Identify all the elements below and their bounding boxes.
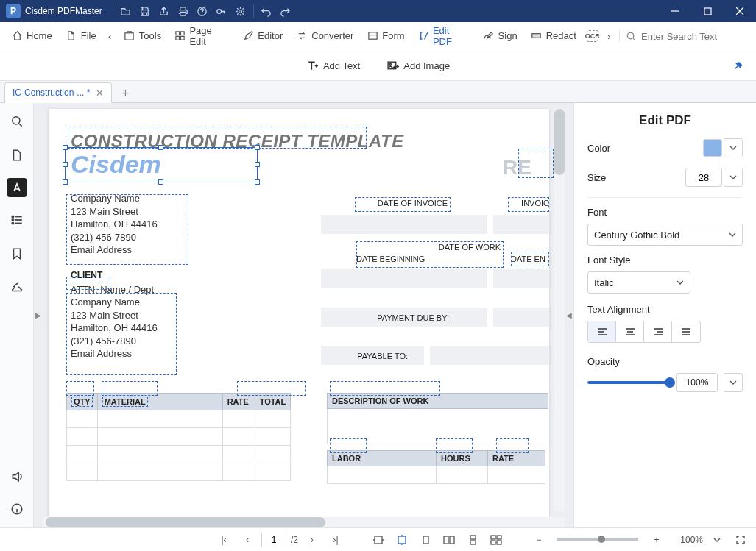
maximize-button[interactable] (691, 0, 724, 22)
document-tab[interactable]: IC-Construction-... * ✕ (4, 82, 112, 103)
pin-icon[interactable] (732, 60, 744, 72)
svg-rect-9 (181, 36, 185, 40)
pdf-page[interactable]: CONSTRUCTION RECEIPT TEMPLATE Cisdem RE … (49, 109, 549, 517)
fullscreen-icon[interactable] (731, 531, 750, 549)
size-dropdown-icon[interactable] (724, 168, 743, 187)
main-area: ▶ CONSTRUCTION RECEIPT TEMPLATE Cisdem (0, 103, 756, 527)
materials-table[interactable]: QTY MATERIAL RATE TOTAL (66, 393, 291, 481)
continuous-icon[interactable] (463, 531, 482, 549)
sign-button[interactable]: Sign (477, 26, 523, 48)
label-date-begin[interactable]: DATE BEGINNING (356, 255, 437, 263)
input-invoice-no[interactable] (493, 215, 549, 234)
minimize-button[interactable] (659, 0, 691, 22)
page-input[interactable] (261, 533, 286, 547)
info-icon[interactable] (6, 498, 28, 520)
vertical-scrollbar[interactable] (554, 109, 565, 511)
input-payment-due[interactable] (493, 308, 549, 327)
doc-receipt-text[interactable]: RE (503, 156, 531, 179)
document-scroll[interactable]: CONSTRUCTION RECEIPT TEMPLATE Cisdem RE … (43, 103, 565, 517)
opacity-value[interactable]: 100% (676, 373, 718, 392)
input-payable-to[interactable] (430, 346, 549, 365)
align-left-button[interactable] (588, 321, 616, 342)
print-icon[interactable] (174, 1, 193, 21)
opacity-label: Opacity (587, 356, 743, 367)
outline-icon[interactable] (6, 209, 28, 231)
search-icon[interactable] (626, 31, 637, 42)
form-button[interactable]: Form (361, 26, 410, 48)
horizontal-scrollbar[interactable] (43, 517, 565, 527)
settings-icon[interactable] (231, 1, 250, 21)
crop-icon[interactable] (6, 277, 28, 299)
sound-icon[interactable] (6, 466, 28, 488)
font-select[interactable]: Century Gothic Bold (587, 224, 743, 246)
opacity-dropdown-icon[interactable] (724, 373, 743, 392)
zoom-value: 100% (671, 535, 703, 545)
font-panel-icon[interactable] (7, 178, 27, 197)
help-icon[interactable] (193, 1, 212, 21)
toolbar-prev-icon[interactable]: ‹ (103, 31, 117, 42)
input-date-invoice[interactable] (321, 215, 487, 234)
bookmark-icon[interactable] (6, 243, 28, 265)
two-page-icon[interactable] (439, 531, 459, 549)
home-button[interactable]: Home (5, 26, 58, 48)
thumbnails-icon[interactable] (6, 144, 28, 166)
page-edit-button[interactable]: Page Edit (169, 21, 235, 53)
last-page-icon[interactable]: ›| (326, 531, 345, 549)
open-icon[interactable] (116, 1, 135, 21)
font-style-select[interactable]: Italic (587, 271, 690, 294)
single-page-icon[interactable] (416, 531, 435, 549)
converter-button[interactable]: Converter (290, 26, 359, 48)
fit-width-icon[interactable] (369, 531, 388, 549)
align-right-button[interactable] (644, 321, 672, 342)
search-input[interactable] (641, 31, 752, 42)
label-payment-due[interactable]: PAYMENT DUE BY: (356, 313, 449, 322)
save-icon[interactable] (135, 1, 155, 21)
label-invoice-no[interactable]: INVOIC (508, 199, 549, 207)
collapse-left-icon[interactable]: ▶ (34, 103, 43, 527)
input-date-begin[interactable] (321, 269, 487, 288)
align-justify-button[interactable] (672, 321, 700, 342)
zoom-out-icon[interactable]: − (529, 531, 548, 549)
close-button[interactable] (724, 0, 756, 22)
label-payable-to[interactable]: PAYABLE TO: (340, 352, 408, 360)
collapse-right-icon[interactable]: ◀ (565, 103, 573, 527)
svg-point-17 (12, 216, 13, 217)
label-date-end[interactable]: DATE EN (511, 255, 549, 263)
search-panel-icon[interactable] (6, 110, 28, 132)
next-page-icon[interactable]: › (303, 531, 322, 549)
color-dropdown-icon[interactable] (724, 138, 743, 157)
undo-icon[interactable] (257, 1, 276, 21)
description-table[interactable]: DESCRIPTION OF WORK (327, 393, 548, 444)
fit-page-icon[interactable] (392, 531, 411, 549)
tab-close-icon[interactable]: ✕ (96, 88, 104, 99)
file-button[interactable]: File (60, 26, 102, 48)
opacity-slider[interactable] (587, 381, 671, 384)
svg-point-2 (239, 10, 242, 13)
add-image-button[interactable]: Add Image (381, 56, 456, 76)
zoom-dropdown-icon[interactable] (707, 531, 727, 549)
size-input[interactable] (685, 168, 722, 187)
edit-pdf-button[interactable]: Edit PDF (412, 21, 476, 53)
key-icon[interactable] (212, 1, 231, 21)
label-date-work[interactable]: DATE OF WORK (356, 243, 501, 252)
input-date-end[interactable] (493, 269, 549, 288)
redo-icon[interactable] (276, 1, 295, 21)
editor-button[interactable]: Editor (236, 26, 289, 48)
zoom-in-icon[interactable]: + (647, 531, 666, 549)
prev-page-icon[interactable]: ‹ (238, 531, 257, 549)
first-page-icon[interactable]: |‹ (214, 531, 233, 549)
continuous-two-icon[interactable] (487, 531, 506, 549)
tools-button[interactable]: Tools (118, 26, 167, 48)
labor-table[interactable]: LABOR HOURS RATE (327, 450, 545, 484)
svg-rect-10 (369, 32, 377, 39)
label-date-invoice[interactable]: DATE OF INVOICE (355, 199, 448, 207)
add-text-button[interactable]: Add Text (300, 56, 366, 76)
redact-button[interactable]: Redact (525, 26, 582, 48)
color-swatch[interactable] (703, 139, 722, 157)
align-center-button[interactable] (616, 321, 644, 342)
share-icon[interactable] (155, 1, 174, 21)
zoom-slider[interactable] (557, 538, 638, 541)
new-tab-button[interactable]: + (116, 85, 134, 102)
ocr-button[interactable]: OCR (584, 26, 601, 48)
toolbar-next-icon[interactable]: › (602, 31, 616, 42)
